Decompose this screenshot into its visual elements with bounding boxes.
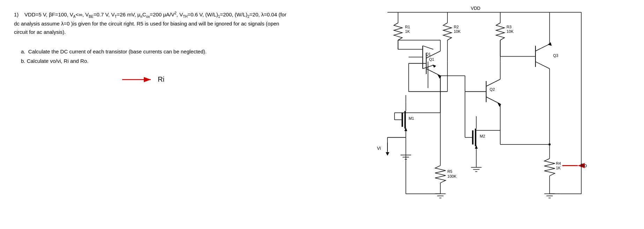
m1-text: M1 [409, 116, 414, 120]
r4-value: 1K [556, 166, 561, 170]
r5-label: R5 [447, 169, 452, 173]
problem-statement: 1) VDD=5 V, βF=100, VA<∞, VBE=0.7 V, VT=… [14, 10, 293, 36]
svg-rect-62 [475, 128, 476, 146]
svg-rect-60 [472, 130, 473, 144]
q2-text: Q2 [490, 87, 495, 91]
ri-arrow-svg [122, 76, 154, 83]
problem-text: 1) VDD=5 V, βF=100, VA<∞, VBE=0.7 V, VT=… [14, 10, 293, 66]
problem-number: 1) [14, 12, 23, 17]
q3-text: Q3 [553, 53, 558, 58]
sub-questions: a. Calculate the DC current of each tran… [21, 47, 293, 66]
ri-annotation: Ri [122, 75, 293, 83]
svg-rect-48 [405, 111, 406, 128]
svg-point-91 [548, 143, 550, 146]
r2-label: R2 [454, 25, 459, 29]
m2-text: M2 [480, 134, 485, 138]
svg-line-12 [423, 46, 433, 49]
r1-value: 1K [405, 29, 410, 34]
vi-label: Vi [377, 146, 381, 151]
problem-panel: 1) VDD=5 V, βF=100, VA<∞, VBE=0.7 V, VT=… [0, 0, 307, 229]
ri-label: Ri [158, 75, 164, 83]
svg-line-31 [486, 79, 500, 86]
vdd-label: VDD [471, 6, 481, 11]
svg-line-42 [535, 44, 549, 51]
r1-label: R1 [405, 25, 410, 29]
svg-marker-14 [432, 65, 436, 68]
svg-rect-46 [402, 113, 403, 127]
part-a: a. Calculate the DC current of each tran… [21, 47, 293, 56]
r3-label: R3 [506, 25, 511, 29]
svg-line-41 [535, 62, 549, 69]
part-b: b. Calculate vo/vi, Ri and Ro. [21, 56, 293, 66]
r3-value: 10K [506, 29, 513, 34]
q1-text: Q1 [429, 57, 434, 61]
circuit-diagram: VDD R1 1K R2 10K R3 10K [311, 3, 641, 226]
r2-value: 10K [454, 29, 461, 34]
svg-line-21 [426, 69, 440, 76]
r5-value: 100K [447, 174, 457, 178]
svg-marker-56 [386, 152, 389, 156]
r4-label: R4 [556, 161, 561, 165]
circuit-panel: VDD R1 1K R2 10K R3 10K [307, 0, 644, 229]
svg-line-33 [486, 97, 500, 104]
